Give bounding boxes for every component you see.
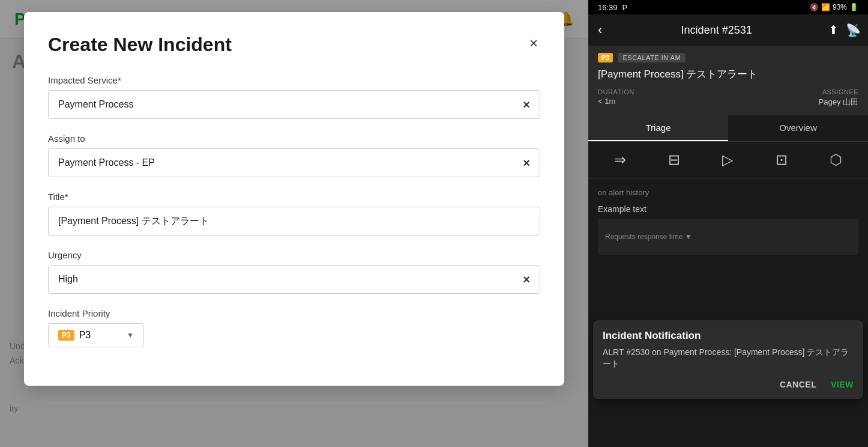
priority-tag: P3	[598, 53, 613, 62]
modal-header: Create New Incident ×	[48, 34, 540, 56]
urgency-label: Urgency	[48, 250, 540, 260]
timeline-icon: ⊟	[668, 151, 680, 168]
status-time: 16:39	[598, 3, 618, 12]
notification-body: ALRT #2530 on Payment Process: [Payment …	[603, 347, 854, 370]
cast-icon[interactable]: 📡	[846, 23, 861, 37]
chart-placeholder: Requests response time ▼	[598, 219, 858, 255]
duration-value: < 1m	[598, 97, 634, 106]
assign-to-group: Assign to Payment Process - EP ×	[48, 133, 540, 177]
mobile-panel: 16:39 P 🔇 📶 93% 🔋 ‹ Incident #2531 ⬆ 📡 P…	[588, 0, 868, 447]
mute-icon: 🔇	[810, 3, 819, 11]
assign-to-label: Assign to	[48, 133, 540, 144]
urgency-value: High	[49, 266, 513, 293]
duration-section: DURATION < 1m	[598, 88, 634, 108]
mobile-header-actions: ⬆ 📡	[828, 23, 861, 37]
incident-priority-label: Incident Priority	[48, 308, 540, 318]
title-input[interactable]: [Payment Process] テストアラート	[48, 207, 540, 236]
impacted-service-value: Payment Process	[49, 91, 513, 118]
battery-text: 93%	[833, 3, 847, 11]
assignee-label: ASSIGNEE	[819, 88, 858, 96]
mobile-content: on alert history Example text Requests r…	[588, 178, 868, 264]
create-incident-modal: Create New Incident × Impacted Service* …	[24, 12, 564, 386]
share-icon[interactable]: ⬆	[828, 23, 839, 37]
action-icons-row: ⇒ ⊟ ▷ ⊡ ⬡	[588, 142, 868, 178]
alert-history-text: on alert history	[598, 188, 858, 197]
tab-triage[interactable]: Triage	[588, 115, 728, 141]
priority-badge: P3	[58, 330, 74, 341]
urgency-group: Urgency High ×	[48, 250, 540, 294]
status-bar-right: 🔇 📶 93% 🔋	[810, 3, 858, 11]
status-bar: 16:39 P 🔇 📶 93% 🔋	[588, 0, 868, 14]
assign-to-clear-button[interactable]: ×	[513, 150, 540, 176]
priority-text: P3	[79, 330, 91, 341]
urgency-input-wrapper[interactable]: High ×	[48, 265, 540, 294]
assign-to-value: Payment Process - EP	[49, 149, 513, 177]
urgency-clear-button[interactable]: ×	[513, 266, 540, 293]
notification-actions: CANCEL VIEW	[603, 380, 854, 389]
impacted-service-label: Impacted Service*	[48, 75, 540, 85]
incident-card: P3 ESCALATE IN AM [Payment Process] テストア…	[588, 46, 868, 115]
tab-overview[interactable]: Overview	[728, 115, 868, 141]
battery-icon: 🔋	[849, 3, 858, 11]
escalate-tag: ESCALATE IN AM	[618, 53, 686, 62]
title-label: Title*	[48, 192, 540, 202]
action-play-button[interactable]: ▷	[722, 151, 733, 168]
signal-icon: 📶	[821, 3, 830, 11]
modal-title: Create New Incident	[48, 34, 232, 56]
incident-number-header: Incident #2531	[609, 24, 824, 37]
notification-popup: Incident Notification ALRT #2530 on Paym…	[593, 320, 863, 399]
responders-icon: ⇒	[614, 151, 626, 168]
assign-to-input-wrapper[interactable]: Payment Process - EP ×	[48, 148, 540, 177]
action-timeline-button[interactable]: ⊟	[668, 151, 680, 168]
action-more-button[interactable]: ⬡	[830, 151, 842, 168]
title-group: Title* [Payment Process] テストアラート	[48, 192, 540, 236]
status-indicator: P	[622, 3, 628, 12]
mobile-app-header: ‹ Incident #2531 ⬆ 📡	[588, 14, 868, 46]
chevron-down-icon: ▼	[127, 331, 134, 339]
example-text: Example text	[598, 204, 858, 214]
impacted-service-input-wrapper[interactable]: Payment Process ×	[48, 90, 540, 119]
chart-label: Requests response time ▼	[605, 233, 692, 241]
incident-title-mobile: [Payment Process] テストアラート	[598, 67, 858, 81]
duration-label: DURATION	[598, 88, 634, 96]
impacted-service-group: Impacted Service* Payment Process ×	[48, 75, 540, 119]
incident-tags: P3 ESCALATE IN AM	[598, 53, 858, 62]
impacted-service-clear-button[interactable]: ×	[513, 91, 540, 118]
notification-cancel-button[interactable]: CANCEL	[780, 380, 816, 389]
modal-overlay: Create New Incident × Impacted Service* …	[0, 0, 588, 447]
notification-view-button[interactable]: VIEW	[831, 380, 854, 389]
assignee-section: ASSIGNEE Pagey 山田	[819, 88, 858, 108]
modal-close-button[interactable]: ×	[527, 34, 540, 53]
action-responders-button[interactable]: ⇒	[614, 151, 626, 168]
assignee-value: Pagey 山田	[819, 97, 858, 108]
action-status-button[interactable]: ⊡	[776, 151, 788, 168]
back-button[interactable]: ‹	[595, 20, 604, 40]
status-update-icon: ⊡	[776, 151, 788, 168]
incident-priority-group: Incident Priority P3 P3 ▼	[48, 308, 540, 347]
notification-title: Incident Notification	[603, 330, 854, 342]
desktop-panel: PagerDuty 🔔 All Undate Ackn ity Create N…	[0, 0, 588, 447]
package-icon: ⬡	[830, 151, 842, 168]
play-icon: ▷	[722, 151, 733, 168]
mobile-tabs: Triage Overview	[588, 115, 868, 142]
priority-select[interactable]: P3 P3 ▼	[48, 323, 144, 347]
incident-meta: DURATION < 1m ASSIGNEE Pagey 山田	[598, 88, 858, 108]
